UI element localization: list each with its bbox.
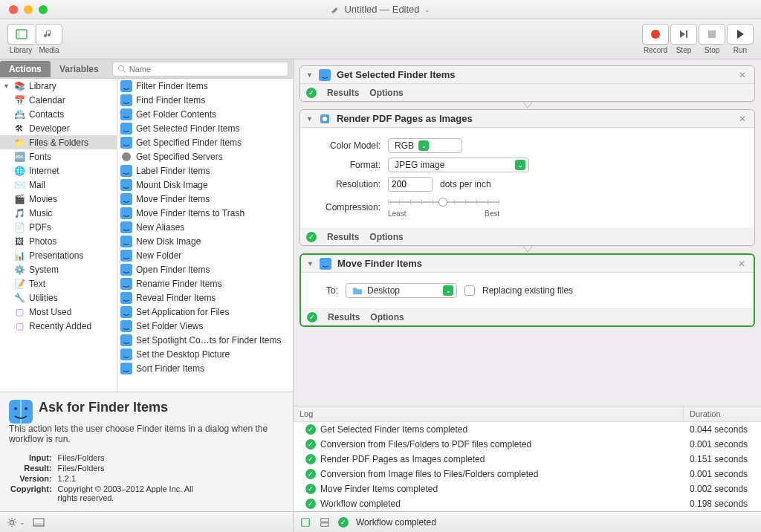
- disclosure-icon[interactable]: ▼: [307, 260, 314, 267]
- library-item[interactable]: ▢Most Used: [0, 305, 117, 319]
- search-input[interactable]: [129, 65, 283, 74]
- workflow-view-icon[interactable]: [299, 516, 311, 528]
- library-item[interactable]: 🛠Developer: [0, 121, 117, 135]
- action-list-item[interactable]: Sort Finder Items: [117, 361, 293, 375]
- action-list-item[interactable]: Get Folder Contents: [117, 107, 293, 121]
- library-item[interactable]: 🔧Utilities: [0, 291, 117, 305]
- log-row[interactable]: ✓Render PDF Pages as Images completed0.1…: [294, 452, 761, 467]
- log-row[interactable]: ✓Get Selected Finder Items completed0.04…: [294, 422, 761, 437]
- tab-variables[interactable]: Variables: [51, 61, 108, 77]
- resolution-input[interactable]: [388, 177, 433, 192]
- stop-button[interactable]: [699, 24, 725, 45]
- library-item[interactable]: 🌐Internet: [0, 163, 117, 178]
- log-row[interactable]: ✓Conversion from Files/Folders to PDF fi…: [294, 437, 761, 452]
- media-button[interactable]: [36, 24, 62, 45]
- format-select[interactable]: JPEG image ⌄: [388, 158, 529, 172]
- library-item[interactable]: ⚙️System: [0, 262, 117, 276]
- action-list-item[interactable]: Mount Disk Image: [117, 178, 293, 192]
- action-list-item[interactable]: Find Finder Items: [117, 93, 293, 107]
- results-button[interactable]: Results: [328, 312, 360, 322]
- variables-pane-icon[interactable]: [33, 516, 45, 528]
- action-move-finder-items[interactable]: ▼ Move Finder Items ✕ To: Desktop ⌄: [299, 253, 755, 327]
- close-action-button[interactable]: ✕: [736, 70, 748, 80]
- action-list-item[interactable]: Set Folder Views: [117, 319, 293, 333]
- svg-rect-3: [708, 30, 716, 38]
- search-field[interactable]: [112, 62, 288, 77]
- replace-label: Replacing existing files: [482, 285, 573, 296]
- action-list-item[interactable]: Label Finder Items: [117, 163, 293, 178]
- action-list-item[interactable]: Move Finder Items to Trash: [117, 206, 293, 220]
- desc-copyright-label: Copyright:: [10, 484, 56, 502]
- step-button[interactable]: [670, 24, 697, 45]
- svg-rect-22: [120, 320, 132, 332]
- color-model-select[interactable]: RGB ⌄: [388, 138, 462, 153]
- desc-result-label: Result:: [10, 464, 56, 473]
- destination-select[interactable]: Desktop ⌄: [346, 283, 457, 298]
- library-item[interactable]: 📁Files & Folders: [0, 135, 117, 149]
- svg-rect-24: [120, 348, 132, 360]
- log-row[interactable]: ✓Workflow completed0.198 seconds: [294, 496, 761, 511]
- close-window-button[interactable]: [9, 5, 18, 14]
- action-title: Render PDF Pages as Images: [337, 113, 731, 124]
- actions-list[interactable]: Filter Finder ItemsFind Finder ItemsGet …: [117, 79, 293, 392]
- library-root[interactable]: ▼📚Library: [0, 79, 117, 93]
- library-item[interactable]: 📝Text: [0, 276, 117, 291]
- svg-rect-38: [321, 522, 329, 525]
- options-button[interactable]: Options: [369, 232, 403, 242]
- action-list-item[interactable]: Get Selected Finder Items: [117, 121, 293, 135]
- log-row[interactable]: ✓Move Finder Items completed0.002 second…: [294, 481, 761, 496]
- library-item[interactable]: 📊Presentations: [0, 248, 117, 262]
- action-list-item[interactable]: Filter Finder Items: [117, 79, 293, 93]
- action-list-item[interactable]: Get Specified Servers: [117, 149, 293, 163]
- disclosure-icon[interactable]: ▼: [306, 71, 313, 79]
- library-toggle-button[interactable]: [7, 24, 34, 45]
- action-list-item[interactable]: New Folder: [117, 248, 293, 262]
- action-list-item[interactable]: Reveal Finder Items: [117, 291, 293, 305]
- action-list-item[interactable]: Set Application for Files: [117, 305, 293, 319]
- window-title[interactable]: Untitled — Edited ⌄: [331, 4, 430, 15]
- action-list-item[interactable]: New Disk Image: [117, 234, 293, 248]
- library-item[interactable]: 🔤Fonts: [0, 149, 117, 163]
- action-list-item[interactable]: Set the Desktop Picture: [117, 347, 293, 361]
- results-button[interactable]: Results: [327, 88, 359, 98]
- tab-actions[interactable]: Actions: [0, 61, 51, 77]
- action-list-item[interactable]: Move Finder Items: [117, 192, 293, 206]
- workflow-canvas[interactable]: ▼ Get Selected Finder Items ✕ ✓ Results …: [294, 59, 761, 406]
- compression-slider[interactable]: [388, 196, 499, 208]
- library-item[interactable]: 📇Contacts: [0, 107, 117, 121]
- disclosure-icon[interactable]: ▼: [306, 115, 313, 123]
- action-get-selected-finder-items[interactable]: ▼ Get Selected Finder Items ✕ ✓ Results …: [299, 65, 755, 102]
- replace-checkbox[interactable]: [464, 285, 475, 296]
- action-title: Move Finder Items: [337, 258, 730, 269]
- action-list-item[interactable]: Rename Finder Items: [117, 276, 293, 291]
- gear-icon[interactable]: [6, 516, 18, 528]
- log-row[interactable]: ✓Conversion from Image files to Files/Fo…: [294, 467, 761, 481]
- results-button[interactable]: Results: [327, 232, 359, 242]
- library-item[interactable]: 🎵Music: [0, 206, 117, 220]
- library-item[interactable]: ▢Recently Added: [0, 319, 117, 333]
- record-button[interactable]: [642, 24, 669, 45]
- library-item[interactable]: 📄PDFs: [0, 220, 117, 234]
- action-render-pdf-pages[interactable]: ▼ Render PDF Pages as Images ✕ Color Mod…: [299, 109, 755, 246]
- log-view-icon[interactable]: [319, 516, 331, 528]
- library-item[interactable]: 🖼Photos: [0, 234, 117, 248]
- action-list-item[interactable]: Get Specified Finder Items: [117, 135, 293, 149]
- zoom-window-button[interactable]: [39, 5, 48, 14]
- action-list-item[interactable]: Set Spotlight Co…ts for Finder Items: [117, 333, 293, 347]
- close-action-button[interactable]: ✕: [736, 259, 748, 269]
- library-item[interactable]: ✉️Mail: [0, 178, 117, 192]
- library-item[interactable]: 🎬Movies: [0, 192, 117, 206]
- library-categories[interactable]: ▼📚Library📅Calendar📇Contacts🛠Developer📁Fi…: [0, 79, 117, 392]
- action-list-item[interactable]: Open Finder Items: [117, 262, 293, 276]
- duration-header[interactable]: Duration: [684, 406, 761, 421]
- options-button[interactable]: Options: [370, 312, 404, 322]
- library-item[interactable]: 📅Calendar: [0, 93, 117, 107]
- action-list-item[interactable]: New Aliases: [117, 220, 293, 234]
- finder-icon: [319, 69, 331, 81]
- slider-knob[interactable]: [438, 198, 447, 207]
- close-action-button[interactable]: ✕: [736, 114, 748, 124]
- minimize-window-button[interactable]: [24, 5, 33, 14]
- options-button[interactable]: Options: [369, 88, 403, 98]
- run-button[interactable]: [727, 24, 754, 45]
- log-header[interactable]: Log: [294, 406, 684, 421]
